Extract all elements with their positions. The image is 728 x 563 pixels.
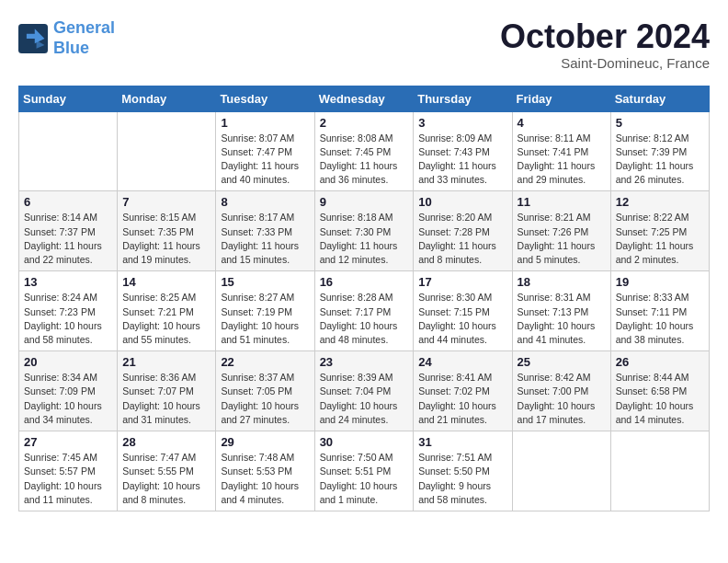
day-number: 24 — [418, 355, 506, 369]
day-number: 17 — [418, 275, 506, 289]
logo-icon — [18, 24, 48, 53]
week-row-1: 1Sunrise: 8:07 AMSunset: 7:47 PMDaylight… — [19, 111, 710, 191]
day-number: 1 — [221, 116, 309, 130]
day-number: 8 — [221, 195, 309, 209]
calendar-cell: 26Sunrise: 8:44 AMSunset: 6:58 PMDayligh… — [610, 351, 709, 431]
calendar-cell: 27Sunrise: 7:45 AMSunset: 5:57 PMDayligh… — [19, 431, 118, 511]
day-number: 16 — [320, 275, 409, 289]
calendar-cell: 17Sunrise: 8:30 AMSunset: 7:15 PMDayligh… — [414, 271, 512, 351]
calendar-table: SundayMondayTuesdayWednesdayThursdayFrid… — [18, 86, 710, 511]
calendar-cell: 3Sunrise: 8:09 AMSunset: 7:43 PMDaylight… — [414, 111, 512, 191]
day-detail: Sunrise: 8:21 AMSunset: 7:26 PMDaylight:… — [518, 211, 606, 267]
logo: General Blue — [18, 18, 115, 58]
day-detail: Sunrise: 8:42 AMSunset: 7:00 PMDaylight:… — [518, 371, 606, 427]
calendar-cell: 23Sunrise: 8:39 AMSunset: 7:04 PMDayligh… — [314, 351, 414, 431]
day-number: 12 — [616, 195, 704, 209]
day-detail: Sunrise: 8:24 AMSunset: 7:23 PMDaylight:… — [24, 291, 112, 347]
calendar-cell: 19Sunrise: 8:33 AMSunset: 7:11 PMDayligh… — [610, 271, 709, 351]
day-detail: Sunrise: 8:18 AMSunset: 7:30 PMDaylight:… — [320, 211, 409, 267]
calendar-cell: 21Sunrise: 8:36 AMSunset: 7:07 PMDayligh… — [118, 351, 216, 431]
day-number: 4 — [518, 116, 606, 130]
day-detail: Sunrise: 8:30 AMSunset: 7:15 PMDaylight:… — [418, 291, 506, 347]
day-detail: Sunrise: 8:07 AMSunset: 7:47 PMDaylight:… — [221, 132, 309, 188]
week-row-5: 27Sunrise: 7:45 AMSunset: 5:57 PMDayligh… — [19, 431, 710, 511]
column-header-friday: Friday — [512, 86, 610, 111]
calendar-cell: 8Sunrise: 8:17 AMSunset: 7:33 PMDaylight… — [216, 191, 314, 271]
day-detail: Sunrise: 8:25 AMSunset: 7:21 PMDaylight:… — [122, 291, 210, 347]
calendar-cell: 1Sunrise: 8:07 AMSunset: 7:47 PMDaylight… — [216, 111, 314, 191]
day-detail: Sunrise: 7:47 AMSunset: 5:55 PMDaylight:… — [122, 451, 210, 507]
day-number: 11 — [518, 195, 606, 209]
page-header: General Blue October 2024 Saint-Domineuc… — [18, 18, 710, 71]
day-number: 27 — [24, 435, 112, 449]
day-detail: Sunrise: 8:33 AMSunset: 7:11 PMDaylight:… — [616, 291, 704, 347]
day-detail: Sunrise: 8:34 AMSunset: 7:09 PMDaylight:… — [24, 371, 112, 427]
calendar-cell: 30Sunrise: 7:50 AMSunset: 5:51 PMDayligh… — [314, 431, 414, 511]
day-number: 23 — [320, 355, 409, 369]
logo-text: General Blue — [53, 18, 115, 58]
calendar-cell: 4Sunrise: 8:11 AMSunset: 7:41 PMDaylight… — [512, 111, 610, 191]
calendar-cell: 29Sunrise: 7:48 AMSunset: 5:53 PMDayligh… — [216, 431, 314, 511]
day-detail: Sunrise: 8:08 AMSunset: 7:45 PMDaylight:… — [320, 132, 409, 188]
day-detail: Sunrise: 8:44 AMSunset: 6:58 PMDaylight:… — [616, 371, 704, 427]
day-detail: Sunrise: 8:36 AMSunset: 7:07 PMDaylight:… — [122, 371, 210, 427]
title-block: October 2024 Saint-Domineuc, France — [500, 18, 710, 71]
day-detail: Sunrise: 8:41 AMSunset: 7:02 PMDaylight:… — [418, 371, 506, 427]
calendar-cell: 20Sunrise: 8:34 AMSunset: 7:09 PMDayligh… — [19, 351, 118, 431]
column-header-thursday: Thursday — [414, 86, 512, 111]
day-number: 13 — [24, 275, 112, 289]
day-detail: Sunrise: 8:14 AMSunset: 7:37 PMDaylight:… — [24, 211, 112, 267]
day-number: 30 — [320, 435, 409, 449]
calendar-cell — [610, 431, 709, 511]
day-number: 22 — [221, 355, 309, 369]
day-number: 21 — [122, 355, 210, 369]
day-number: 2 — [320, 116, 409, 130]
day-number: 10 — [418, 195, 506, 209]
day-number: 7 — [122, 195, 210, 209]
calendar-cell: 18Sunrise: 8:31 AMSunset: 7:13 PMDayligh… — [512, 271, 610, 351]
calendar-cell: 7Sunrise: 8:15 AMSunset: 7:35 PMDaylight… — [118, 191, 216, 271]
calendar-cell: 15Sunrise: 8:27 AMSunset: 7:19 PMDayligh… — [216, 271, 314, 351]
location-subtitle: Saint-Domineuc, France — [500, 55, 710, 71]
day-detail: Sunrise: 8:20 AMSunset: 7:28 PMDaylight:… — [418, 211, 506, 267]
column-header-monday: Monday — [118, 86, 216, 111]
day-detail: Sunrise: 8:11 AMSunset: 7:41 PMDaylight:… — [518, 132, 606, 188]
calendar-cell: 16Sunrise: 8:28 AMSunset: 7:17 PMDayligh… — [314, 271, 414, 351]
calendar-cell: 22Sunrise: 8:37 AMSunset: 7:05 PMDayligh… — [216, 351, 314, 431]
day-number: 19 — [616, 275, 704, 289]
calendar-cell — [19, 111, 118, 191]
calendar-cell: 12Sunrise: 8:22 AMSunset: 7:25 PMDayligh… — [610, 191, 709, 271]
day-detail: Sunrise: 8:27 AMSunset: 7:19 PMDaylight:… — [221, 291, 309, 347]
calendar-cell: 6Sunrise: 8:14 AMSunset: 7:37 PMDaylight… — [19, 191, 118, 271]
calendar-cell: 2Sunrise: 8:08 AMSunset: 7:45 PMDaylight… — [314, 111, 414, 191]
day-number: 20 — [24, 355, 112, 369]
header-row: SundayMondayTuesdayWednesdayThursdayFrid… — [19, 86, 710, 111]
day-detail: Sunrise: 7:50 AMSunset: 5:51 PMDaylight:… — [320, 451, 409, 507]
day-detail: Sunrise: 8:09 AMSunset: 7:43 PMDaylight:… — [418, 132, 506, 188]
day-number: 6 — [24, 195, 112, 209]
day-detail: Sunrise: 8:15 AMSunset: 7:35 PMDaylight:… — [122, 211, 210, 267]
calendar-cell: 13Sunrise: 8:24 AMSunset: 7:23 PMDayligh… — [19, 271, 118, 351]
day-detail: Sunrise: 8:12 AMSunset: 7:39 PMDaylight:… — [616, 132, 704, 188]
day-number: 29 — [221, 435, 309, 449]
calendar-cell: 9Sunrise: 8:18 AMSunset: 7:30 PMDaylight… — [314, 191, 414, 271]
day-number: 5 — [616, 116, 704, 130]
calendar-cell: 5Sunrise: 8:12 AMSunset: 7:39 PMDaylight… — [610, 111, 709, 191]
calendar-cell — [512, 431, 610, 511]
column-header-wednesday: Wednesday — [314, 86, 414, 111]
column-header-tuesday: Tuesday — [216, 86, 314, 111]
day-number: 3 — [418, 116, 506, 130]
day-number: 25 — [518, 355, 606, 369]
calendar-cell: 11Sunrise: 8:21 AMSunset: 7:26 PMDayligh… — [512, 191, 610, 271]
week-row-2: 6Sunrise: 8:14 AMSunset: 7:37 PMDaylight… — [19, 191, 710, 271]
month-title: October 2024 — [500, 18, 710, 55]
calendar-cell — [118, 111, 216, 191]
day-detail: Sunrise: 8:22 AMSunset: 7:25 PMDaylight:… — [616, 211, 704, 267]
calendar-cell: 10Sunrise: 8:20 AMSunset: 7:28 PMDayligh… — [414, 191, 512, 271]
calendar-cell: 25Sunrise: 8:42 AMSunset: 7:00 PMDayligh… — [512, 351, 610, 431]
day-number: 26 — [616, 355, 704, 369]
day-detail: Sunrise: 8:31 AMSunset: 7:13 PMDaylight:… — [518, 291, 606, 347]
week-row-3: 13Sunrise: 8:24 AMSunset: 7:23 PMDayligh… — [19, 271, 710, 351]
day-detail: Sunrise: 8:37 AMSunset: 7:05 PMDaylight:… — [221, 371, 309, 427]
calendar-cell: 31Sunrise: 7:51 AMSunset: 5:50 PMDayligh… — [414, 431, 512, 511]
